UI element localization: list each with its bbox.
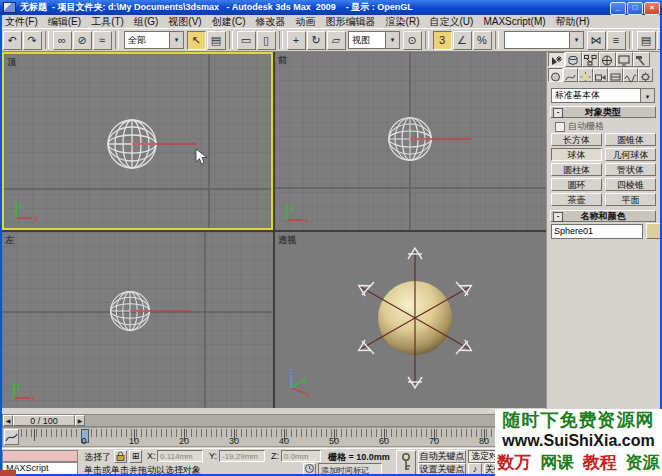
app-icon <box>3 2 16 13</box>
autogrid-checkbox[interactable] <box>555 122 565 132</box>
selection-filter-dropdown[interactable]: 全部 ▾ <box>124 31 184 49</box>
minimize-button[interactable]: _ <box>610 2 626 15</box>
menu-edit[interactable]: 编辑(E) <box>43 15 86 29</box>
viewport-left[interactable]: 左 x y <box>2 232 273 408</box>
x-coordinate-field[interactable]: 0.114mm <box>157 450 203 462</box>
tab-display-icon[interactable] <box>616 52 633 67</box>
chevron-down-icon[interactable]: ▾ <box>640 89 654 102</box>
window-crossing-icon[interactable]: ▯ <box>257 31 276 50</box>
menu-help[interactable]: 帮助(H) <box>551 15 595 29</box>
undo-icon[interactable]: ↶ <box>3 31 22 50</box>
menu-views[interactable]: 视图(V) <box>163 15 206 29</box>
space-warps-icon[interactable] <box>623 68 638 82</box>
title-bar[interactable]: 无标题 - 项目文件夹: d:\My Documents\3dsmax - Au… <box>0 0 662 15</box>
redo-icon[interactable]: ↷ <box>23 31 42 50</box>
plane-button[interactable]: 平面 <box>605 193 656 206</box>
macro-recorder-field[interactable] <box>2 450 78 462</box>
chevron-down-icon[interactable]: ▾ <box>169 32 183 48</box>
reference-coordinate-dropdown[interactable]: 视图 ▾ <box>348 31 400 49</box>
track-bar[interactable]: 0 10 20 30 40 50 60 70 80 90 <box>2 427 546 447</box>
torus-button[interactable]: 圆环 <box>551 178 602 191</box>
object-color-swatch[interactable] <box>646 223 660 239</box>
primitive-category-dropdown[interactable]: 标准基本体 ▾ <box>551 88 655 103</box>
tab-utilities-icon[interactable] <box>633 52 650 67</box>
menu-customize[interactable]: 自定义(U) <box>424 15 478 29</box>
object-type-rollout[interactable]: - 对象类型 <box>550 106 656 118</box>
select-and-move-icon[interactable]: + <box>287 31 306 50</box>
auto-key-icon[interactable] <box>396 450 416 475</box>
z-coordinate-field[interactable]: 0.0mm <box>281 450 321 462</box>
chevron-down-icon[interactable]: ▾ <box>385 32 399 48</box>
y-coordinate-field[interactable]: -19.29mm <box>219 450 265 462</box>
time-slider-handle[interactable]: 0 / 100 <box>13 415 75 426</box>
sphere-button[interactable]: 球体 <box>551 148 602 161</box>
tab-motion-icon[interactable] <box>599 52 616 67</box>
chevron-down-icon[interactable]: ▾ <box>569 32 583 48</box>
menu-bar: 文件(F) 编辑(E) 工具(T) 组(G) 视图(V) 创建(C) 修改器 动… <box>0 15 662 29</box>
mirror-icon[interactable]: ⋈ <box>587 31 606 50</box>
viewport-top-label[interactable]: 顶 <box>7 56 16 69</box>
menu-create[interactable]: 创建(C) <box>207 15 251 29</box>
rectangular-selection-region-icon[interactable]: ▭ <box>237 31 256 50</box>
bind-to-spacewarp-icon[interactable]: ≈ <box>93 31 112 50</box>
select-and-rotate-icon[interactable]: ↻ <box>307 31 326 50</box>
viewport-perspective-canvas: x y z <box>275 232 546 408</box>
mini-curve-editor-button[interactable] <box>4 429 19 445</box>
auto-key-button[interactable]: 自动关键点 <box>418 450 466 463</box>
object-name-input[interactable] <box>551 224 643 239</box>
menu-graph-editors[interactable]: 图形编辑器 <box>321 15 381 29</box>
tab-create-icon[interactable] <box>548 52 565 67</box>
previous-frame-icon[interactable]: ◀ <box>3 415 13 426</box>
next-frame-icon[interactable]: ▶ <box>75 415 85 426</box>
close-button[interactable]: × <box>644 2 660 15</box>
select-and-scale-icon[interactable]: ▱ <box>327 31 346 50</box>
angle-snap-icon[interactable]: ∠ <box>453 31 472 50</box>
toolbar-separator <box>495 31 499 49</box>
snap-toggle-3d-icon[interactable]: 3 <box>433 31 452 50</box>
name-color-rollout[interactable]: - 名称和颜色 <box>550 210 656 222</box>
menu-modifiers[interactable]: 修改器 <box>251 15 291 29</box>
viewport-left-label[interactable]: 左 <box>5 234 14 247</box>
viewport-perspective[interactable]: 透视 <box>275 232 546 408</box>
maximize-button[interactable]: □ <box>627 2 643 15</box>
selection-lock-icon[interactable] <box>114 450 127 463</box>
pyramid-button[interactable]: 四棱锥 <box>605 178 656 191</box>
viewport-perspective-label[interactable]: 透视 <box>278 234 296 247</box>
tube-button[interactable]: 管状体 <box>605 163 656 176</box>
tab-hierarchy-icon[interactable] <box>582 52 599 67</box>
cylinder-button[interactable]: 圆柱体 <box>551 163 602 176</box>
align-icon[interactable]: ≡ <box>607 31 626 50</box>
lights-icon[interactable] <box>578 68 593 82</box>
select-by-name-icon[interactable]: ▤ <box>207 31 226 50</box>
menu-tools[interactable]: 工具(T) <box>86 15 129 29</box>
menu-group[interactable]: 组(G) <box>129 15 163 29</box>
select-and-link-icon[interactable]: ∞ <box>53 31 72 50</box>
collapse-icon[interactable]: - <box>553 108 563 118</box>
teapot-button[interactable]: 茶壶 <box>551 193 602 206</box>
unlink-selection-icon[interactable]: ⊘ <box>73 31 92 50</box>
absolute-mode-icon[interactable]: ⊞ <box>129 450 142 463</box>
viewport-front-label[interactable]: 前 <box>278 54 287 67</box>
cone-button[interactable]: 圆锥体 <box>605 133 656 146</box>
use-pivot-center-icon[interactable]: ⊙ <box>403 31 422 50</box>
viewport-front[interactable]: 前 x y <box>275 52 546 230</box>
tab-modify-icon[interactable] <box>565 52 582 67</box>
collapse-icon[interactable]: - <box>553 212 563 222</box>
viewport-top[interactable]: 顶 x y <box>2 52 273 230</box>
percent-snap-icon[interactable]: % <box>473 31 492 50</box>
helpers-icon[interactable] <box>608 68 623 82</box>
menu-animation[interactable]: 动画 <box>291 15 321 29</box>
menu-file[interactable]: 文件(F) <box>0 15 43 29</box>
layer-manager-icon[interactable]: ▤ <box>637 31 656 50</box>
menu-maxscript[interactable]: MAXScript(M) <box>478 16 550 27</box>
box-button[interactable]: 长方体 <box>551 133 602 146</box>
systems-icon[interactable] <box>638 68 653 82</box>
geosphere-button[interactable]: 几何球体 <box>605 148 656 161</box>
select-object-icon[interactable]: ↖ <box>187 31 206 50</box>
geometry-icon[interactable] <box>548 68 563 82</box>
time-slider[interactable]: ◀ 0 / 100 ▶ <box>2 414 546 427</box>
cameras-icon[interactable] <box>593 68 608 82</box>
menu-rendering[interactable]: 渲染(R) <box>381 15 425 29</box>
named-selection-sets-dropdown[interactable]: ▾ <box>504 31 584 49</box>
shapes-icon[interactable] <box>563 68 578 82</box>
